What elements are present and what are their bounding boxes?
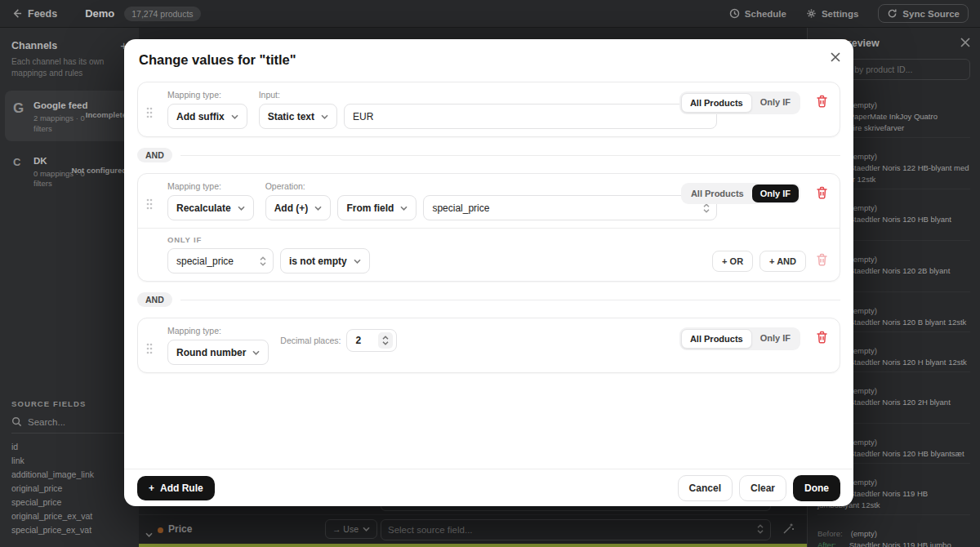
before-value: (empty) (851, 438, 877, 447)
before-value: (empty) (851, 306, 877, 315)
decimal-places-label: Decimal places: (280, 336, 341, 345)
source-field-item[interactable]: special_price_ex_vat (11, 523, 127, 537)
chevron-down-icon (238, 206, 245, 211)
source-placeholder: Select source field... (388, 525, 473, 535)
add-rule-button[interactable]: + Add Rule (137, 476, 215, 500)
decimal-places-input[interactable]: 2 (346, 329, 397, 352)
close-preview-icon[interactable] (960, 36, 970, 51)
before-label: Before: (817, 529, 843, 538)
settings-button[interactable]: Settings (806, 8, 858, 19)
scope-all-products[interactable]: All Products (683, 185, 752, 202)
product-id (817, 518, 970, 528)
price-label: Price (168, 523, 192, 535)
scope-only-if[interactable]: Only IF (752, 185, 799, 202)
condition-operator-value: is not empty (289, 256, 347, 267)
input-type-value: Static text (268, 111, 314, 122)
channel-item-dk[interactable]: C DK 0 mappings · 0 filters Not configur… (5, 146, 134, 197)
back-to-feeds[interactable]: Feeds (11, 8, 57, 20)
mapping-type-select[interactable]: Add suffix (167, 104, 247, 129)
decimal-places-value: 2 (355, 335, 361, 346)
drag-handle-icon[interactable] (146, 189, 156, 213)
channels-sidebar: Channels + Each channel has its own mapp… (0, 28, 139, 547)
before-value: (empty) (851, 152, 877, 161)
drag-handle-icon[interactable] (146, 97, 156, 122)
use-label: → Use (332, 524, 359, 534)
done-button[interactable]: Done (793, 475, 840, 501)
number-stepper[interactable] (378, 332, 393, 349)
modal-footer: + Add Rule Cancel Clear Done (124, 469, 853, 506)
condition-field-combobox[interactable]: special_price (167, 248, 274, 274)
price-use-select[interactable]: → Use (325, 519, 377, 539)
condition-operator-select[interactable]: is not empty (280, 248, 370, 274)
operand-field-combobox[interactable]: special_price (423, 195, 717, 220)
source-field-item[interactable]: id (11, 440, 127, 454)
scope-all-products[interactable]: All Products (681, 329, 752, 349)
sync-source-label: Sync Source (902, 9, 960, 19)
clear-button[interactable]: Clear (739, 475, 786, 501)
operand-field-value: special_price (432, 202, 489, 214)
chevron-down-icon (231, 114, 238, 119)
condition-field-value: special_price (176, 256, 234, 267)
operation-value: Add (+) (274, 202, 309, 214)
source-fields-section: SOURCE FIELDS Search... id link addition… (11, 399, 127, 537)
clock-icon (729, 8, 740, 19)
refresh-icon (887, 8, 898, 19)
add-and-condition-button[interactable]: + AND (760, 251, 806, 272)
expand-chevron-icon[interactable] (145, 526, 153, 540)
scope-toggle[interactable]: All Products Only IF (679, 327, 800, 350)
and-separator: AND (137, 292, 840, 307)
price-source-combobox[interactable]: Select source field... (381, 519, 771, 540)
magic-wand-icon[interactable] (782, 523, 795, 538)
input-type-select[interactable]: Static text (259, 104, 337, 129)
scope-only-if[interactable]: Only IF (752, 329, 799, 349)
source-fields-search[interactable]: Search... (11, 416, 127, 434)
price-status-dot (158, 527, 163, 533)
scope-only-if[interactable]: Only IF (752, 93, 799, 113)
source-field-item[interactable]: original_price (11, 482, 127, 496)
chevron-down-icon (321, 114, 328, 119)
operation-select[interactable]: Add (+) (265, 195, 332, 220)
channel-name: Google feed (33, 100, 87, 110)
schedule-label: Schedule (745, 9, 786, 19)
add-or-condition-button[interactable]: + OR (712, 251, 753, 272)
rule-card-add-suffix: Mapping type: Add suffix Input: Static t… (137, 82, 840, 137)
stepper-icon (703, 203, 710, 213)
bottom-highlight-strip (139, 544, 807, 547)
add-rule-label: Add Rule (160, 483, 203, 494)
close-modal-icon[interactable] (831, 51, 840, 65)
mapping-type-select[interactable]: Round number (167, 340, 269, 365)
mapping-type-value: Round number (176, 347, 246, 358)
search-placeholder: Search... (28, 417, 65, 427)
source-field-item[interactable]: original_price_ex_vat (11, 509, 127, 523)
source-field-item[interactable]: special_price (11, 496, 127, 509)
source-field-item[interactable]: additional_image_link (11, 468, 127, 482)
sync-source-button[interactable]: Sync Source (878, 4, 969, 23)
delete-rule-icon[interactable] (816, 331, 828, 347)
chevron-down-icon (400, 206, 408, 211)
suffix-value-input[interactable]: EUR (344, 104, 717, 129)
channels-title: Channels (11, 40, 57, 51)
channel-status-badge: Incomplete (86, 110, 127, 119)
drag-handle-icon[interactable] (146, 333, 156, 358)
schedule-button[interactable]: Schedule (729, 8, 786, 19)
products-count-badge: 17,274 products (124, 7, 200, 21)
scope-all-products[interactable]: All Products (681, 93, 752, 113)
scope-toggle[interactable]: All Products Only IF (679, 91, 800, 114)
mapping-type-label: Mapping type: (167, 90, 247, 100)
delete-rule-icon[interactable] (816, 95, 828, 111)
scope-toggle[interactable]: All Products Only IF (681, 183, 800, 204)
before-value: (empty) (851, 255, 877, 264)
delete-rule-icon[interactable] (816, 186, 828, 202)
operand-source-select[interactable]: From field (337, 195, 416, 220)
dk-channel-icon: C (13, 153, 26, 190)
source-field-item[interactable]: link (11, 454, 127, 468)
after-value: Staedtler Noris 120 B blyant 12stk (849, 318, 967, 327)
before-value: (empty) (851, 386, 877, 395)
preview-row[interactable]: Before:(empty) After:Staedtler Noris 119… (817, 515, 970, 547)
mapping-type-select[interactable]: Recalculate (167, 195, 254, 220)
delete-condition-icon[interactable] (816, 253, 828, 269)
cancel-button[interactable]: Cancel (678, 475, 733, 501)
channel-item-google-feed[interactable]: G Google feed 2 mappings · 0 filters Inc… (5, 91, 134, 141)
chevron-down-icon (252, 350, 260, 355)
rule-card-recalculate: Mapping type: Recalculate Operation: Add… (137, 173, 840, 282)
